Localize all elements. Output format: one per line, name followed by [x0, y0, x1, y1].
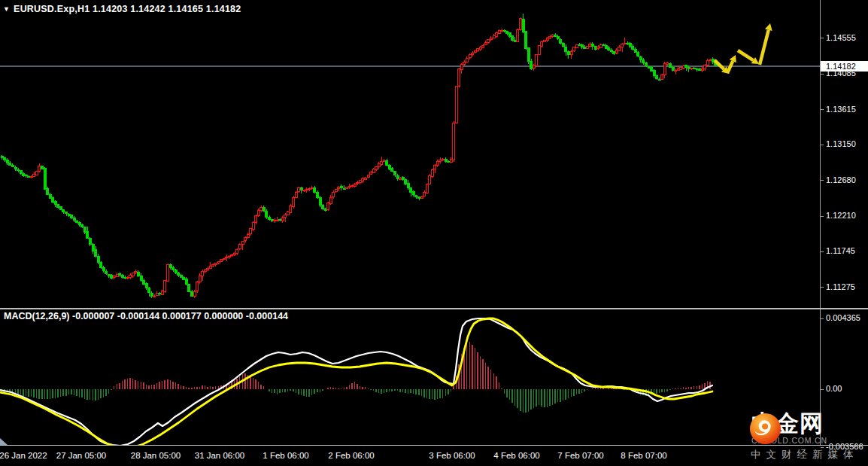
- price-tick-mark: [821, 287, 824, 288]
- time-axis-label: 3 Feb 06:00: [429, 451, 475, 460]
- time-axis-label: 1 Feb 06:00: [263, 451, 308, 460]
- price-tick-label: 1.14555: [826, 33, 856, 42]
- cngold-logo-icon: [749, 413, 782, 445]
- macd-header: MACD(12,26,9) -0.000007 -0.000144 0.0001…: [4, 311, 288, 321]
- time-axis-label: 26 Jan 2022: [0, 451, 47, 460]
- macd-tick-label: 0.00: [826, 384, 842, 393]
- price-tick-mark: [821, 251, 824, 252]
- price-tick-mark: [821, 216, 824, 217]
- macd-tick-mark: [821, 389, 824, 390]
- current-price-tag: 1.14182: [821, 61, 868, 72]
- watermark-tagline: 中文财经新媒体: [751, 448, 859, 461]
- macd-values: -0.000007 -0.000144 0.000177 0.000000 -0…: [72, 311, 288, 321]
- axis-divider: [0, 445, 868, 446]
- price-tick-label: 1.13615: [826, 105, 856, 114]
- price-tick-label: 1.13150: [826, 139, 856, 148]
- price-tick-mark: [821, 145, 824, 145]
- chart-header: ▼EURUSD.Exp,H1 1.14203 1.14242 1.14165 1…: [3, 4, 241, 14]
- price-tick-mark: [821, 38, 824, 38]
- symbol-dropdown-icon[interactable]: ▼: [3, 5, 10, 13]
- price-tick-mark: [821, 180, 824, 181]
- time-axis-label: 31 Jan 06:00: [195, 451, 245, 460]
- ohlc-values: 1.14203 1.14242 1.14165 1.14182: [93, 4, 241, 14]
- price-tick-label: 1.12210: [826, 211, 856, 220]
- cngold-watermark: 中金网 CNGOLD.COM.CN 中文财经新媒体: [749, 413, 868, 445]
- symbol-timeframe-label: EURUSD.Exp,H1: [14, 4, 90, 14]
- time-axis-label: 7 Feb 07:00: [557, 451, 603, 460]
- price-tick-mark: [821, 74, 824, 75]
- time-axis-label: 4 Feb 06:00: [493, 451, 539, 460]
- price-tick-label: 1.12680: [826, 175, 856, 184]
- time-axis-label: 2 Feb 06:00: [328, 451, 374, 460]
- price-tick-mark: [821, 109, 824, 110]
- macd-indicator-label: MACD(12,26,9): [4, 311, 70, 321]
- macd-tick-label: 0.004365: [826, 313, 860, 322]
- macd-indicator-pane[interactable]: [0, 309, 820, 445]
- time-axis[interactable]: 26 Jan 202227 Jan 05:0028 Jan 05:0031 Ja…: [0, 446, 868, 466]
- trading-chart-window: ▼EURUSD.Exp,H1 1.14203 1.14242 1.14165 1…: [0, 0, 868, 466]
- pane-divider[interactable]: [0, 308, 868, 309]
- price-tick-label: 1.11275: [826, 282, 855, 291]
- time-axis-label: 8 Feb 07:00: [621, 451, 666, 460]
- time-axis-label: 27 Jan 05:00: [56, 451, 107, 460]
- time-axis-label: 28 Jan 05:00: [131, 451, 181, 460]
- price-tick-label: 1.11745: [826, 246, 855, 255]
- candlestick-chart[interactable]: [0, 0, 820, 308]
- macd-tick-mark: [821, 318, 824, 319]
